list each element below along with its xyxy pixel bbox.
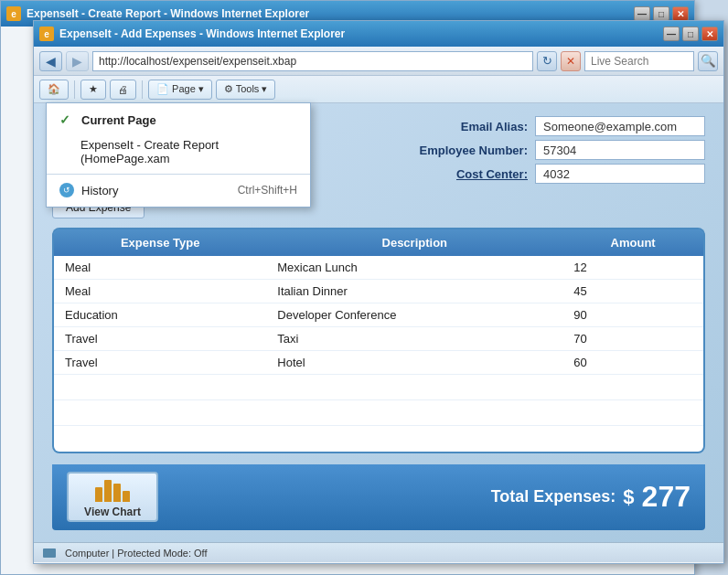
cell-type-1: Meal <box>54 280 266 303</box>
main-window-controls: — □ ✕ <box>663 27 718 41</box>
history-label: History <box>81 184 118 197</box>
history-page-item[interactable]: ExpenseIt - Create Report (HomePage.xam <box>47 133 310 171</box>
tools-button[interactable]: ⚙ Tools ▾ <box>216 80 276 100</box>
status-text: Computer | Protected Mode: Off <box>65 548 208 559</box>
main-window-title: ExpenseIt - Add Expenses - Windows Inter… <box>59 27 663 40</box>
cost-center-label: Cost Center: <box>456 167 528 181</box>
stop-button[interactable]: ✕ <box>561 51 581 71</box>
refresh-button[interactable]: ↻ <box>537 51 557 71</box>
forward-button[interactable]: ▶ <box>66 51 89 71</box>
expense-type-header: Expense Type <box>54 229 266 256</box>
bar-1 <box>95 487 102 502</box>
back-button[interactable]: ◀ <box>39 51 62 71</box>
table-row[interactable]: TravelHotel60 <box>54 351 703 375</box>
dollar-sign: $ <box>623 485 634 509</box>
empty-cell-1-0 <box>54 400 266 426</box>
main-window-icon: e <box>39 27 54 41</box>
view-chart-button[interactable]: View Chart <box>67 472 158 522</box>
main-titlebar: e ExpenseIt - Add Expenses - Windows Int… <box>34 21 723 47</box>
bg-close-button[interactable]: ✕ <box>672 6 689 21</box>
bar-4 <box>123 491 130 502</box>
menu-separator <box>47 174 310 175</box>
page-button[interactable]: 📄 Page ▾ <box>148 80 212 100</box>
email-label: Email Alias: <box>461 120 528 133</box>
expense-table: Expense Type Description Amount MealMexi… <box>54 229 703 452</box>
empty-cell-0-0 <box>54 375 266 400</box>
main-minimize-button[interactable]: — <box>663 27 680 41</box>
bg-window-icon: e <box>6 6 21 21</box>
cost-center-row: Cost Center: <box>456 164 705 184</box>
cell-description-0: Mexican Lunch <box>266 256 562 280</box>
search-go-button[interactable]: 🔍 <box>698 51 718 71</box>
history-item-label: ExpenseIt - Create Report (HomePage.xam <box>80 138 297 165</box>
bg-window-title: ExpenseIt - Create Report - Windows Inte… <box>27 7 634 20</box>
expense-table-wrapper: Expense Type Description Amount MealMexi… <box>52 228 705 453</box>
main-close-button[interactable]: ✕ <box>701 27 718 41</box>
description-header: Description <box>266 229 562 256</box>
amount-header: Amount <box>562 229 703 256</box>
home-button[interactable]: 🏠 <box>39 80 69 100</box>
cell-amount-4: 60 <box>562 351 703 375</box>
cost-center-input[interactable] <box>535 164 705 184</box>
empty-cell-0-1 <box>266 375 562 400</box>
table-row[interactable]: EducationDeveloper Conference90 <box>54 303 703 327</box>
dropdown-menu: ✓ Current Page ExpenseIt - Create Report… <box>46 102 311 208</box>
cell-amount-3: 70 <box>562 327 703 351</box>
table-header-row: Expense Type Description Amount <box>54 229 703 256</box>
employee-input[interactable] <box>535 140 705 160</box>
total-label: Total Expenses: <box>491 487 616 506</box>
cell-description-4: Hotel <box>266 351 562 375</box>
table-row[interactable]: TravelTaxi70 <box>54 327 703 351</box>
employee-label: Employee Number: <box>420 144 528 157</box>
current-page-item[interactable]: ✓ Current Page <box>47 107 310 133</box>
empty-cell-2-1 <box>266 426 562 452</box>
current-page-label: Current Page <box>81 113 156 127</box>
toolbar-separator-1 <box>74 80 75 99</box>
search-input[interactable] <box>584 51 694 71</box>
favorites-button[interactable]: ★ <box>80 80 106 100</box>
bg-window-controls: — □ ✕ <box>634 6 689 21</box>
cell-type-0: Meal <box>54 256 266 280</box>
view-chart-label: View Chart <box>84 506 141 518</box>
table-empty-row <box>54 426 703 452</box>
history-item[interactable]: ↺ History Ctrl+Shift+H <box>47 177 310 203</box>
table-empty-row <box>54 400 703 426</box>
total-section: Total Expenses: $ 277 <box>173 480 691 514</box>
cell-description-2: Developer Conference <box>266 303 562 327</box>
address-bar: ◀ ▶ ↻ ✕ 🔍 <box>34 47 723 76</box>
empty-cell-0-2 <box>562 375 703 400</box>
main-maximize-button[interactable]: □ <box>682 27 699 41</box>
cell-description-3: Taxi <box>266 327 562 351</box>
address-input[interactable] <box>92 51 533 71</box>
history-shortcut: Ctrl+Shift+H <box>238 184 297 197</box>
empty-cell-2-0 <box>54 426 266 452</box>
status-bar: Computer | Protected Mode: Off <box>34 542 723 562</box>
bg-minimize-button[interactable]: — <box>634 6 650 21</box>
empty-cell-1-2 <box>562 400 703 426</box>
check-icon: ✓ <box>59 112 74 127</box>
cell-amount-2: 90 <box>562 303 703 327</box>
print-button[interactable]: 🖨 <box>110 80 136 100</box>
computer-icon <box>43 548 56 558</box>
chart-icon <box>95 476 130 502</box>
email-input[interactable] <box>535 116 705 136</box>
bg-maximize-button[interactable]: □ <box>653 6 669 21</box>
cell-amount-0: 12 <box>562 256 703 280</box>
toolbar: 🏠 ★ 🖨 📄 Page ▾ ⚙ Tools ▾ <box>34 76 723 103</box>
total-value: 277 <box>642 480 691 514</box>
bar-2 <box>104 480 112 502</box>
empty-cell-2-2 <box>562 426 703 452</box>
cell-amount-1: 45 <box>562 280 703 303</box>
empty-cell-1-1 <box>266 400 562 426</box>
cell-description-1: Italian Dinner <box>266 280 562 303</box>
toolbar-separator-2 <box>142 80 143 99</box>
employee-row: Employee Number: <box>420 140 705 160</box>
email-row: Email Alias: <box>461 116 705 136</box>
bar-3 <box>113 484 121 502</box>
history-icon: ↺ <box>59 183 74 197</box>
table-row[interactable]: MealItalian Dinner45 <box>54 280 703 303</box>
bottom-bar: View Chart Total Expenses: $ 277 <box>52 464 705 530</box>
cell-type-2: Education <box>54 303 266 327</box>
table-empty-row <box>54 375 703 400</box>
table-row[interactable]: MealMexican Lunch12 <box>54 256 703 280</box>
